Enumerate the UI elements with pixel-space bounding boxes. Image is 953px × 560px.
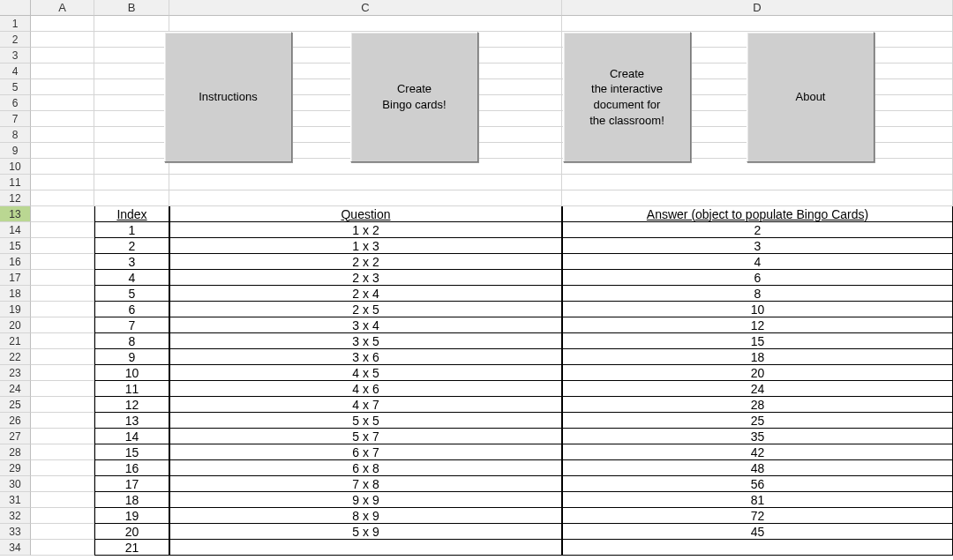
- cell-A34[interactable]: [31, 540, 94, 556]
- table-row-answer: 25: [562, 413, 953, 429]
- cell-B7[interactable]: [94, 111, 169, 127]
- column-header-A[interactable]: A: [31, 0, 94, 16]
- cell-A17[interactable]: [31, 270, 94, 286]
- cell-A31[interactable]: [31, 492, 94, 508]
- cell-A5[interactable]: [31, 79, 94, 95]
- create-interactive-document-button[interactable]: Createthe interactivedocument forthe cla…: [563, 32, 691, 162]
- row-header-29[interactable]: 29: [0, 460, 31, 476]
- row-header-31[interactable]: 31: [0, 492, 31, 508]
- cell-D1[interactable]: [562, 16, 953, 32]
- cell-A6[interactable]: [31, 95, 94, 111]
- row-header-10[interactable]: 10: [0, 159, 31, 175]
- cell-A27[interactable]: [31, 429, 94, 444]
- select-all-corner[interactable]: [0, 0, 31, 16]
- row-header-30[interactable]: 30: [0, 476, 31, 492]
- row-header-2[interactable]: 2: [0, 32, 31, 48]
- cell-A32[interactable]: [31, 508, 94, 524]
- row-header-3[interactable]: 3: [0, 48, 31, 63]
- cell-A25[interactable]: [31, 397, 94, 413]
- table-row-question: 9 x 9: [169, 492, 562, 508]
- cell-C12[interactable]: [169, 190, 562, 206]
- cell-A2[interactable]: [31, 32, 94, 48]
- row-header-15[interactable]: 15: [0, 238, 31, 254]
- column-header-B[interactable]: B: [94, 0, 169, 16]
- row-header-33[interactable]: 33: [0, 524, 31, 540]
- cell-A23[interactable]: [31, 365, 94, 381]
- row-header-1[interactable]: 1: [0, 16, 31, 32]
- cell-A16[interactable]: [31, 254, 94, 270]
- row-header-32[interactable]: 32: [0, 508, 31, 524]
- cell-B3[interactable]: [94, 48, 169, 63]
- cell-B9[interactable]: [94, 143, 169, 159]
- cell-A19[interactable]: [31, 302, 94, 317]
- row-header-18[interactable]: 18: [0, 286, 31, 302]
- about-button[interactable]: About: [747, 32, 874, 162]
- cell-B11[interactable]: [94, 175, 169, 190]
- cell-B6[interactable]: [94, 95, 169, 111]
- row-header-4[interactable]: 4: [0, 63, 31, 79]
- row-header-14[interactable]: 14: [0, 222, 31, 238]
- cell-A26[interactable]: [31, 413, 94, 429]
- row-header-11[interactable]: 11: [0, 175, 31, 190]
- cell-A21[interactable]: [31, 333, 94, 349]
- instructions-button[interactable]: Instructions: [164, 32, 292, 162]
- cell-A8[interactable]: [31, 127, 94, 143]
- row-header-9[interactable]: 9: [0, 143, 31, 159]
- cell-D11[interactable]: [562, 175, 953, 190]
- cell-A29[interactable]: [31, 460, 94, 476]
- row-header-16[interactable]: 16: [0, 254, 31, 270]
- cell-A3[interactable]: [31, 48, 94, 63]
- row-header-7[interactable]: 7: [0, 111, 31, 127]
- cell-A22[interactable]: [31, 349, 94, 365]
- cell-A20[interactable]: [31, 317, 94, 333]
- column-header-C[interactable]: C: [169, 0, 562, 16]
- cell-D12[interactable]: [562, 190, 953, 206]
- row-header-23[interactable]: 23: [0, 365, 31, 381]
- cell-B8[interactable]: [94, 127, 169, 143]
- row-header-27[interactable]: 27: [0, 429, 31, 444]
- cell-A10[interactable]: [31, 159, 94, 175]
- cell-C1[interactable]: [169, 16, 562, 32]
- row-header-20[interactable]: 20: [0, 317, 31, 333]
- column-header-D[interactable]: D: [562, 0, 953, 16]
- cell-A1[interactable]: [31, 16, 94, 32]
- row-header-24[interactable]: 24: [0, 381, 31, 397]
- cell-A24[interactable]: [31, 381, 94, 397]
- cell-A9[interactable]: [31, 143, 94, 159]
- cell-C11[interactable]: [169, 175, 562, 190]
- cell-A11[interactable]: [31, 175, 94, 190]
- create-bingo-cards-button[interactable]: CreateBingo cards!: [350, 32, 478, 162]
- row-header-28[interactable]: 28: [0, 444, 31, 460]
- cell-A13[interactable]: [31, 206, 94, 222]
- row-header-22[interactable]: 22: [0, 349, 31, 365]
- row-header-12[interactable]: 12: [0, 190, 31, 206]
- cell-B1[interactable]: [94, 16, 169, 32]
- cell-B12[interactable]: [94, 190, 169, 206]
- row-header-25[interactable]: 25: [0, 397, 31, 413]
- cell-B4[interactable]: [94, 63, 169, 79]
- row-header-19[interactable]: 19: [0, 302, 31, 317]
- cell-A4[interactable]: [31, 63, 94, 79]
- cell-A12[interactable]: [31, 190, 94, 206]
- row-header-17[interactable]: 17: [0, 270, 31, 286]
- row-header-13[interactable]: 13: [0, 206, 31, 222]
- cell-A7[interactable]: [31, 111, 94, 127]
- cell-A14[interactable]: [31, 222, 94, 238]
- row-header-5[interactable]: 5: [0, 79, 31, 95]
- table-row-question: 3 x 5: [169, 333, 562, 349]
- cell-A30[interactable]: [31, 476, 94, 492]
- cell-A18[interactable]: [31, 286, 94, 302]
- table-row-index: 14: [94, 429, 169, 444]
- table-row-index: 16: [94, 460, 169, 476]
- cell-A28[interactable]: [31, 444, 94, 460]
- row-header-26[interactable]: 26: [0, 413, 31, 429]
- cell-B10[interactable]: [94, 159, 169, 175]
- row-header-8[interactable]: 8: [0, 127, 31, 143]
- cell-A15[interactable]: [31, 238, 94, 254]
- row-header-34[interactable]: 34: [0, 540, 31, 556]
- row-header-21[interactable]: 21: [0, 333, 31, 349]
- cell-B5[interactable]: [94, 79, 169, 95]
- cell-B2[interactable]: [94, 32, 169, 48]
- cell-A33[interactable]: [31, 524, 94, 540]
- row-header-6[interactable]: 6: [0, 95, 31, 111]
